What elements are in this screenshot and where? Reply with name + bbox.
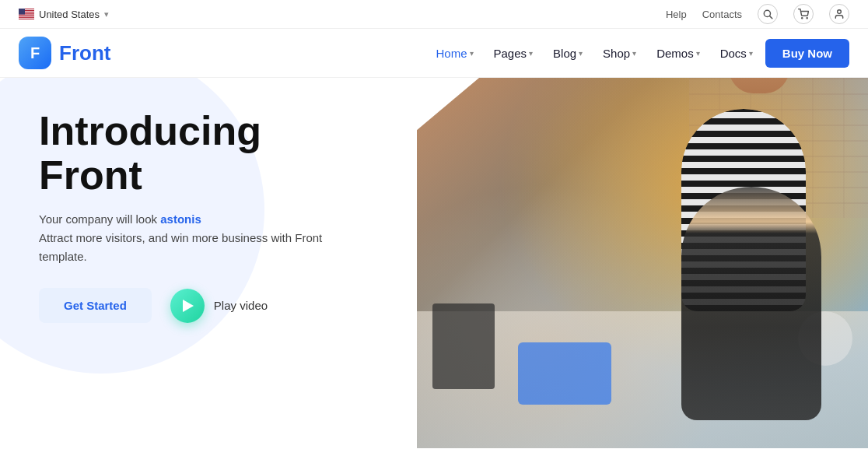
logo-name: Front <box>59 41 110 65</box>
main-nav: F Front Home ▾ Pages ▾ Blog ▾ Shop ▾ Dem… <box>0 29 868 78</box>
svg-rect-11 <box>19 18 34 19</box>
play-button-circle <box>170 289 205 323</box>
nav-pages[interactable]: Pages ▾ <box>486 42 541 65</box>
hero-title-line1: Introducing <box>39 108 261 153</box>
hero-left: Introducing Front Your company will look… <box>0 78 417 448</box>
contacts-link[interactable]: Contacts <box>702 9 742 20</box>
nav-demos-chevron: ▾ <box>696 49 700 58</box>
nav-shop-chevron: ▾ <box>632 49 636 58</box>
nav-shop[interactable]: Shop ▾ <box>595 42 644 65</box>
cart-button[interactable] <box>793 4 814 24</box>
hero-desc-highlight: astonis <box>160 212 201 226</box>
search-icon <box>762 9 773 19</box>
hero-desc-suffix: Attract more visitors, and win more busi… <box>39 231 322 263</box>
nav-blog-label: Blog <box>553 47 576 60</box>
nav-pages-label: Pages <box>494 47 527 60</box>
nav-home[interactable]: Home ▾ <box>428 42 481 65</box>
cart-icon <box>798 9 809 19</box>
hero-title: Introducing Front <box>39 109 386 198</box>
search-button[interactable] <box>758 4 778 24</box>
user-icon <box>834 9 845 19</box>
svg-rect-13 <box>19 9 25 15</box>
play-video-label: Play video <box>214 299 268 312</box>
nav-shop-label: Shop <box>603 47 630 60</box>
svg-rect-10 <box>19 17 34 18</box>
hero-image <box>417 78 868 448</box>
office-photo-bg <box>417 78 868 448</box>
nav-links: Home ▾ Pages ▾ Blog ▾ Shop ▾ Demos ▾ Doc… <box>428 39 849 68</box>
logo-letter: F <box>30 44 40 62</box>
nav-home-label: Home <box>436 47 467 60</box>
nav-demos-label: Demos <box>656 47 694 60</box>
nav-docs-chevron: ▾ <box>749 49 753 58</box>
us-flag-icon <box>19 9 34 19</box>
svg-line-15 <box>770 16 772 19</box>
top-bar-right: Help Contacts <box>666 4 849 24</box>
svg-rect-7 <box>19 15 34 16</box>
table-tablet <box>518 342 611 405</box>
svg-point-18 <box>838 10 842 14</box>
svg-rect-9 <box>19 16 34 17</box>
play-triangle-icon <box>183 300 194 312</box>
hero-desc-prefix: Your company will look <box>39 212 160 226</box>
country-dropdown-icon: ▾ <box>104 9 109 19</box>
table-clipboard <box>432 303 495 389</box>
hero-title-line2: Front <box>39 153 142 198</box>
nav-docs-label: Docs <box>720 47 747 60</box>
hero-actions: Get Started Play video <box>39 288 386 323</box>
hero-section: Introducing Front Your company will look… <box>0 78 868 448</box>
buy-now-button[interactable]: Buy Now <box>765 39 849 68</box>
nav-docs[interactable]: Docs ▾ <box>712 42 761 65</box>
user-button[interactable] <box>829 4 849 24</box>
person-background <box>681 187 821 420</box>
svg-rect-8 <box>19 16 34 16</box>
logo-icon: F <box>19 37 51 69</box>
nav-blog[interactable]: Blog ▾ <box>545 42 590 65</box>
hero-right <box>417 78 868 448</box>
get-started-button[interactable]: Get Started <box>39 288 152 323</box>
nav-home-chevron: ▾ <box>470 49 474 58</box>
nav-demos[interactable]: Demos ▾ <box>649 42 708 65</box>
svg-rect-12 <box>19 19 34 19</box>
svg-point-16 <box>802 18 803 19</box>
svg-point-17 <box>807 18 807 19</box>
nav-pages-chevron: ▾ <box>529 49 533 58</box>
nav-blog-chevron: ▾ <box>579 49 583 58</box>
country-label: United States <box>39 9 100 20</box>
help-link[interactable]: Help <box>666 9 687 20</box>
top-bar: United States ▾ Help Contacts <box>0 0 868 29</box>
logo[interactable]: F Front <box>19 37 110 69</box>
hero-description: Your company will look astonis Attract m… <box>39 210 327 266</box>
country-selector[interactable]: United States ▾ <box>19 9 109 20</box>
play-video-button[interactable]: Play video <box>170 289 268 323</box>
